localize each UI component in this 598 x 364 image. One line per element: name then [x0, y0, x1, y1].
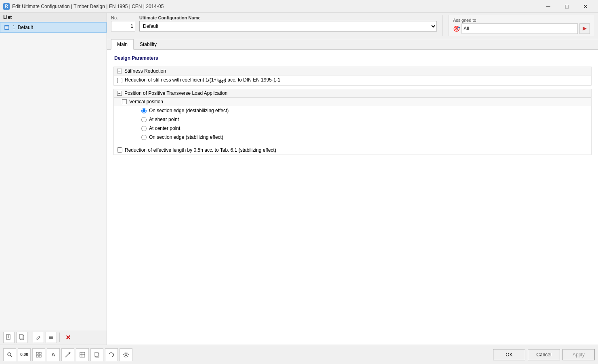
stiffness-checkbox[interactable]	[117, 78, 122, 83]
position-toggle[interactable]: −	[117, 91, 122, 96]
number-toolbar-btn[interactable]: 0.00	[18, 348, 31, 361]
eff-length-checkbox[interactable]	[117, 147, 122, 153]
vertical-label: Vertical position	[129, 99, 163, 105]
svg-rect-16	[36, 352, 38, 354]
title-bar-title: Edit Ultimate Configuration | Timber Des…	[12, 4, 164, 9]
stiffness-reduction-section: − Stiffness Reduction Reduction of stiff…	[113, 67, 592, 86]
config-header: No. Ultimate Configuration Name Default …	[107, 13, 598, 39]
radio-row-2: At shear point	[114, 115, 591, 124]
rename-btn[interactable]	[33, 332, 44, 343]
design-params-header: Design Parameters	[110, 53, 595, 63]
toolbar-sep-1	[30, 333, 30, 342]
radio-row-1: On section edge (destabilizing effect)	[114, 106, 591, 115]
undo-toolbar-btn[interactable]	[105, 348, 118, 361]
eff-length-label: Reduction of effective length by 0.5h ac…	[125, 147, 276, 153]
panel-inner: Design Parameters − Stiffness Reduction …	[107, 50, 598, 161]
svg-rect-4	[6, 335, 10, 339]
svg-point-26	[125, 354, 127, 356]
spacer	[114, 142, 591, 145]
maximize-button[interactable]: □	[558, 0, 576, 13]
eff-length-row: Reduction of effective length by 0.5h ac…	[114, 145, 591, 155]
sidebar-item-default[interactable]: 1 Default	[0, 22, 107, 33]
config-name-select[interactable]: Default	[139, 21, 437, 31]
search-toolbar-btn[interactable]	[3, 348, 16, 361]
radio-row-3: At center point	[114, 124, 591, 133]
tab-stability[interactable]: Stability	[134, 39, 163, 50]
svg-rect-17	[39, 352, 41, 354]
radio-center-point[interactable]	[141, 126, 147, 131]
sidebar-item-no: 1	[13, 25, 15, 30]
radio-shear-point[interactable]	[141, 117, 147, 122]
minimize-button[interactable]: ─	[539, 0, 558, 13]
svg-point-14	[8, 353, 11, 356]
svg-line-15	[10, 356, 12, 357]
number-icon-label: 0.00	[20, 352, 28, 357]
svg-rect-9	[19, 335, 23, 339]
settings-toolbar-btn[interactable]	[120, 348, 132, 361]
delete-btn[interactable]: ✕	[62, 332, 73, 343]
assigned-section: Assigned to 🎯	[453, 18, 590, 34]
svg-rect-25	[95, 352, 98, 356]
config-no-input[interactable]	[111, 21, 135, 31]
no-label: No.	[111, 15, 135, 20]
dialog-buttons: OK Cancel Apply	[493, 349, 595, 360]
table-toolbar-btn[interactable]	[76, 348, 89, 361]
title-bar-left: R Edit Ultimate Configuration | Timber D…	[3, 3, 164, 10]
stiffness-toggle[interactable]: −	[117, 69, 122, 73]
title-bar: R Edit Ultimate Configuration | Timber D…	[0, 0, 598, 13]
sidebar-item-name: Default	[18, 25, 33, 30]
stiffness-row-label: Reduction of stiffness with coefficient …	[125, 77, 280, 84]
ok-button[interactable]: OK	[493, 349, 525, 360]
sidebar: List 1 Default	[0, 13, 107, 345]
assigned-section-wrapper: Assigned to 🎯	[449, 15, 594, 36]
close-button[interactable]: ✕	[576, 0, 595, 13]
svg-rect-19	[39, 355, 41, 357]
toolbar-sep-2	[59, 333, 60, 342]
apply-button[interactable]: Apply	[562, 349, 595, 360]
design-panel: Design Parameters − Stiffness Reduction …	[107, 50, 598, 345]
tab-main[interactable]: Main	[111, 39, 134, 50]
stiffness-row-1: Reduction of stiffness with coefficient …	[114, 75, 591, 85]
name-label: Ultimate Configuration Name	[139, 15, 437, 20]
config-no-section: No.	[111, 15, 135, 36]
assigned-select-btn[interactable]	[579, 23, 590, 34]
position-body: − Vertical position On section edge (des…	[114, 98, 591, 155]
radio-label-2: At shear point	[149, 117, 179, 122]
sidebar-toolbar: ✕	[0, 330, 107, 345]
content-area: No. Ultimate Configuration Name Default …	[107, 13, 598, 345]
vertical-position-header: − Vertical position	[114, 98, 591, 106]
config-name-section: Ultimate Configuration Name Default	[139, 15, 437, 36]
list-icon	[4, 24, 10, 31]
sidebar-header: List	[0, 13, 107, 22]
stiffness-reduction-header: − Stiffness Reduction	[114, 67, 591, 75]
arrow-toolbar-btn[interactable]	[61, 348, 74, 361]
sort-btn[interactable]	[46, 332, 57, 343]
copy-btn[interactable]	[16, 332, 27, 343]
grid-toolbar-btn[interactable]	[32, 348, 45, 361]
new-btn[interactable]	[3, 332, 15, 343]
assigned-input[interactable]	[462, 23, 578, 34]
radio-row-4: On section edge (stabilizing effect)	[114, 133, 591, 142]
assigned-icon: 🎯	[453, 25, 460, 32]
radio-label-4: On section edge (stabilizing effect)	[149, 134, 223, 140]
header-sep	[443, 15, 443, 36]
tabs: Main Stability	[107, 39, 598, 50]
sidebar-list: 1 Default	[0, 22, 107, 330]
radio-label-1: On section edge (destabilizing effect)	[149, 108, 229, 113]
svg-rect-21	[80, 352, 85, 357]
position-transverse-section: − Position of Positive Transverse Load A…	[113, 89, 592, 155]
cancel-button[interactable]: Cancel	[528, 349, 560, 360]
vertical-toggle[interactable]: −	[122, 99, 127, 104]
copy-toolbar-btn[interactable]	[90, 348, 103, 361]
text-toolbar-btn[interactable]: A	[47, 348, 60, 361]
title-bar-controls: ─ □ ✕	[539, 0, 595, 13]
assigned-row: 🎯	[453, 23, 590, 34]
bottom-toolbar: 0.00 A	[0, 345, 598, 364]
position-transverse-header: − Position of Positive Transverse Load A…	[114, 89, 591, 98]
app-icon: R	[3, 3, 10, 10]
radio-label-3: At center point	[149, 126, 180, 131]
main-layout: List 1 Default	[0, 13, 598, 364]
radio-section-edge-destab[interactable]	[141, 108, 147, 113]
radio-section-edge-stab[interactable]	[141, 135, 147, 140]
stiffness-label: Stiffness Reduction	[124, 68, 166, 74]
